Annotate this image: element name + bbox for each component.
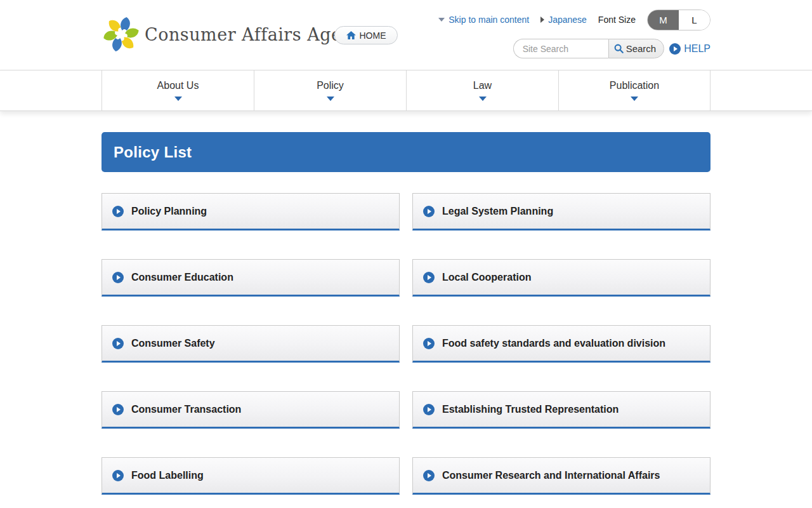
policy-card-label: Consumer Safety [131, 338, 215, 349]
play-circle-icon [112, 470, 124, 481]
policy-card-consumer-transaction[interactable]: Consumer Transaction [102, 391, 400, 429]
page-title-banner: Policy List [102, 132, 710, 172]
nav-label: Policy [317, 80, 344, 91]
skip-link-label: Skip to main content [449, 15, 529, 25]
play-circle-icon [423, 404, 435, 415]
search-area: Search HELP [513, 39, 710, 58]
triangle-down-icon [438, 18, 445, 22]
nav-item-publication[interactable]: Publication [558, 70, 710, 110]
play-circle-icon [112, 404, 124, 415]
chevron-down-icon [174, 97, 182, 101]
play-circle-icon [423, 338, 435, 349]
page-title: Policy List [114, 144, 192, 161]
nav-item-about-us[interactable]: About Us [102, 70, 254, 110]
policy-card-consumer-education[interactable]: Consumer Education [102, 259, 400, 297]
search-icon [614, 44, 624, 53]
site-search: Search [513, 39, 665, 58]
home-button[interactable]: HOME [334, 26, 398, 44]
policy-card-label: Food Labelling [131, 470, 204, 481]
font-size-large-button[interactable]: L [679, 10, 710, 30]
policy-card-label: Establishing Trusted Representation [442, 404, 619, 415]
help-link-label: HELP [684, 43, 710, 55]
main-content: Policy List Policy Planning Legal System… [102, 111, 710, 508]
nav-item-law[interactable]: Law [406, 70, 558, 110]
skip-to-main-link[interactable]: Skip to main content [438, 15, 529, 25]
play-circle-icon [112, 206, 124, 217]
policy-card-policy-planning[interactable]: Policy Planning [102, 193, 400, 231]
font-size-label: Font Size [598, 15, 636, 25]
play-circle-icon [112, 272, 124, 283]
language-link-label: Japanese [548, 15, 587, 25]
brand[interactable]: Consumer Affairs Agency [102, 14, 373, 55]
play-circle-icon [112, 338, 124, 349]
play-circle-icon [669, 43, 681, 55]
policy-card-local-cooperation[interactable]: Local Cooperation [412, 259, 710, 297]
policy-card-consumer-research-international[interactable]: Consumer Research and International Affa… [412, 457, 710, 495]
agency-logo-icon [102, 14, 141, 55]
chevron-down-icon [327, 97, 334, 101]
global-nav: About Us Policy Law Publication [0, 70, 812, 111]
policy-card-legal-system-planning[interactable]: Legal System Planning [412, 193, 710, 231]
policy-card-label: Consumer Research and International Affa… [442, 470, 660, 481]
font-size-toggle: M L [647, 10, 710, 30]
nav-label: Publication [610, 80, 659, 91]
home-icon [346, 31, 356, 40]
policy-card-food-labelling[interactable]: Food Labelling [102, 457, 400, 495]
font-size-medium-button[interactable]: M [648, 10, 679, 30]
chevron-down-icon [631, 97, 638, 101]
play-circle-icon [423, 470, 435, 481]
home-button-label: HOME [360, 30, 386, 41]
nav-item-policy[interactable]: Policy [254, 70, 406, 110]
triangle-right-icon [540, 17, 544, 23]
policy-card-label: Local Cooperation [442, 272, 531, 283]
search-input[interactable] [513, 39, 608, 58]
policy-card-label: Consumer Education [131, 272, 233, 283]
policy-list: Policy Planning Legal System Planning Co… [102, 193, 710, 508]
search-button-label: Search [626, 43, 657, 54]
utility-links: Skip to main content Japanese Font Size … [438, 9, 710, 30]
policy-card-label: Food safety standards and evaluation div… [442, 338, 665, 349]
help-link[interactable]: HELP [669, 43, 710, 55]
policy-card-food-safety-standards[interactable]: Food safety standards and evaluation div… [412, 325, 710, 363]
policy-card-label: Legal System Planning [442, 206, 553, 217]
play-circle-icon [423, 272, 435, 283]
policy-card-consumer-safety[interactable]: Consumer Safety [102, 325, 400, 363]
nav-label: Law [473, 80, 492, 91]
search-button[interactable]: Search [608, 39, 665, 58]
nav-label: About Us [157, 80, 199, 91]
policy-card-establishing-trusted-representation[interactable]: Establishing Trusted Representation [412, 391, 710, 429]
policy-card-label: Consumer Transaction [131, 404, 241, 415]
chevron-down-icon [479, 97, 487, 101]
site-header: Consumer Affairs Agency HOME Skip to mai… [0, 0, 812, 70]
policy-card-label: Policy Planning [131, 206, 207, 217]
language-link[interactable]: Japanese [540, 15, 587, 25]
play-circle-icon [423, 206, 435, 217]
